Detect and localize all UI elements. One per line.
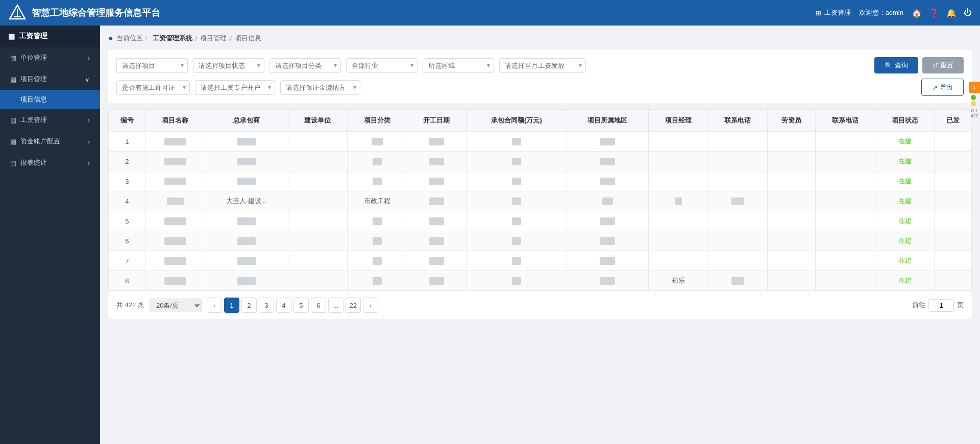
sidebar-item-project[interactable]: ▤ 项目管理 ∨ bbox=[0, 68, 100, 90]
select-wage-account[interactable]: 请选择工资专户开户 bbox=[195, 80, 275, 95]
sidebar-item-wage[interactable]: ▤ 工资管理 › bbox=[0, 109, 100, 131]
cell-manager bbox=[649, 191, 708, 211]
pagination-total: 共 422 条 bbox=[116, 301, 144, 310]
filter-row-1: 请选择项目 请选择项目状态 请选择项目分类 全部行业 bbox=[116, 57, 964, 73]
th-project-name: 项目名称 bbox=[145, 110, 205, 132]
cell-contractor bbox=[205, 132, 288, 152]
cell-contractor bbox=[205, 251, 288, 271]
select-industry-wrapper: 全部行业 bbox=[346, 58, 418, 73]
home-icon[interactable]: 🏠 bbox=[912, 8, 922, 18]
cell-labor bbox=[767, 171, 815, 191]
query-label: 查询 bbox=[895, 61, 908, 70]
breadcrumb-sep1: / bbox=[195, 35, 198, 42]
select-guarantee[interactable]: 请选择保证金缴纳方 bbox=[280, 80, 360, 95]
page-btn-5[interactable]: 5 bbox=[293, 298, 309, 313]
cell-tel2 bbox=[816, 211, 875, 231]
page-btn-4[interactable]: 4 bbox=[276, 298, 291, 313]
cell-tel2 bbox=[816, 132, 875, 152]
reset-icon: ↺ bbox=[933, 62, 938, 69]
export-button[interactable]: ↗ 导出 bbox=[921, 79, 964, 96]
sidebar-item-unit[interactable]: ▦ 单位管理 › bbox=[0, 47, 100, 68]
page-btn-2[interactable]: 2 bbox=[241, 298, 257, 313]
cell-amount bbox=[466, 231, 567, 251]
cell-start-date bbox=[407, 271, 466, 291]
sidebar-header: ▦ 工资管理 bbox=[0, 26, 100, 47]
cell-num: 8 bbox=[109, 271, 146, 291]
cell-amount bbox=[466, 211, 567, 231]
cell-labor bbox=[767, 211, 815, 231]
cell-issued bbox=[935, 271, 972, 291]
sidebar-icon: ▦ bbox=[8, 32, 15, 40]
select-license[interactable]: 是否有施工许可证 bbox=[116, 80, 190, 95]
cell-start-date bbox=[407, 152, 466, 171]
sidebar: ▦ 工资管理 ▦ 单位管理 › ▤ 项目管理 ∨ 项目信息 ▤ 工资管理 bbox=[0, 26, 100, 444]
cell-tel2 bbox=[816, 271, 875, 291]
cell-num: 4 bbox=[109, 191, 146, 211]
filter-row-2-selects: 是否有施工许可证 请选择工资专户开户 请选择保证金缴纳方 bbox=[116, 80, 360, 95]
select-industry[interactable]: 全部行业 bbox=[346, 58, 418, 73]
sidebar-label-unit: 单位管理 bbox=[20, 53, 47, 62]
next-page-btn[interactable]: › bbox=[363, 298, 378, 313]
table-row: 3 bbox=[109, 171, 972, 191]
select-project[interactable]: 请选择项目 bbox=[116, 58, 188, 73]
main-content: ● 当前位置： 工资管理系统 / 项目管理 / 项目信息 请选择项目 请选择项目… bbox=[100, 26, 980, 444]
reset-button[interactable]: ↺ 重置 bbox=[922, 57, 964, 73]
sidebar-label-project: 项目管理 bbox=[20, 75, 47, 84]
export-icon: ↗ bbox=[932, 84, 938, 91]
page-btn-6[interactable]: 6 bbox=[311, 298, 326, 313]
breadcrumb-dot: ● bbox=[108, 34, 113, 43]
cell-tel2 bbox=[816, 191, 875, 211]
page-size-select[interactable]: 20条/页 10条/页 50条/页 100条/页 bbox=[150, 299, 202, 312]
power-icon[interactable]: ⏻ bbox=[964, 8, 972, 17]
cell-start-date bbox=[407, 132, 466, 152]
cell-status: 在建 bbox=[875, 251, 934, 271]
select-area[interactable]: 所选区域 bbox=[423, 58, 494, 73]
cell-tel2 bbox=[816, 231, 875, 251]
cell-labor bbox=[767, 231, 815, 251]
module-switcher[interactable]: ⊞ 工资管理 bbox=[816, 8, 851, 17]
welcome-text: 欢迎您：admin bbox=[859, 8, 903, 17]
cell-status: 在建 bbox=[875, 132, 934, 152]
table-row: 6 bbox=[109, 231, 972, 251]
cell-name bbox=[145, 271, 205, 291]
cell-builder bbox=[288, 211, 347, 231]
page-btn-1[interactable]: 1 bbox=[224, 298, 239, 313]
cell-name bbox=[145, 251, 205, 271]
select-status-wrapper: 请选择项目状态 bbox=[193, 58, 264, 73]
cell-name bbox=[145, 152, 205, 171]
cell-amount bbox=[466, 171, 567, 191]
cell-labor bbox=[767, 271, 815, 291]
table-row: 7 bbox=[109, 251, 972, 271]
cell-tel1 bbox=[708, 171, 767, 191]
filter-btn-group: 🔍 查询 ↺ 重置 bbox=[874, 57, 964, 73]
sidebar-sub-item-project-info[interactable]: 项目信息 bbox=[0, 90, 100, 109]
query-button[interactable]: 🔍 查询 bbox=[874, 57, 918, 73]
cell-name bbox=[145, 211, 205, 231]
cell-name bbox=[145, 132, 205, 152]
help-icon[interactable]: ❓ bbox=[929, 8, 939, 18]
th-tel1: 联系电话 bbox=[708, 110, 767, 132]
cell-builder bbox=[288, 171, 347, 191]
sidebar-item-report[interactable]: ▤ 报表统计 › bbox=[0, 152, 100, 174]
cell-contractor bbox=[205, 271, 288, 291]
cell-category bbox=[348, 152, 407, 171]
bell-icon[interactable]: 🔔 bbox=[946, 8, 957, 18]
cell-manager: 郑乐 bbox=[649, 271, 708, 291]
select-status[interactable]: 请选择项目状态 bbox=[193, 58, 264, 73]
page-btn-22[interactable]: 22 bbox=[346, 298, 361, 313]
cell-num: 2 bbox=[109, 152, 146, 171]
breadcrumb-step3: 项目信息 bbox=[235, 34, 261, 43]
goto-input[interactable] bbox=[928, 299, 954, 312]
sidebar-item-fund[interactable]: ▤ 资金账户配置 › bbox=[0, 131, 100, 152]
th-labor: 劳资员 bbox=[767, 110, 815, 132]
cell-tel1 bbox=[708, 251, 767, 271]
page-btn-3[interactable]: 3 bbox=[259, 298, 274, 313]
cell-contractor bbox=[205, 171, 288, 191]
cell-labor bbox=[767, 152, 815, 171]
select-category[interactable]: 请选择项目分类 bbox=[270, 58, 341, 73]
fund-icon: ▤ bbox=[10, 138, 16, 145]
sidebar-title: 工资管理 bbox=[19, 32, 47, 41]
cell-issued bbox=[935, 132, 972, 152]
prev-page-btn[interactable]: ‹ bbox=[207, 298, 222, 313]
select-wage-month[interactable]: 请选择当月工资发放 bbox=[499, 58, 586, 73]
